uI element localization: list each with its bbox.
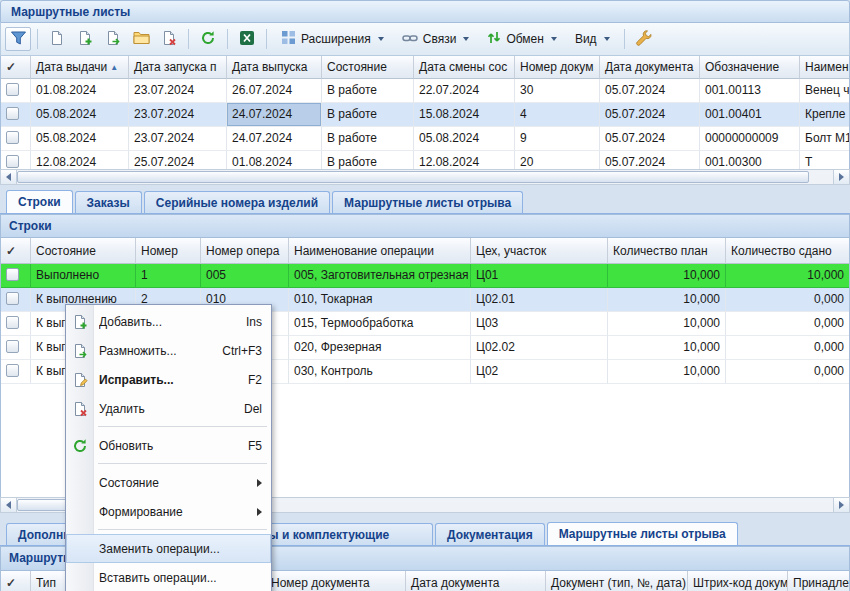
cell[interactable]: Ц02.01	[471, 288, 608, 312]
scrollbar-track[interactable]	[267, 498, 833, 512]
grid2-select-all-header[interactable]: ✓	[1, 238, 31, 264]
cell[interactable]: 030, Контроль	[289, 360, 471, 384]
tab-rows[interactable]: Строки	[6, 190, 73, 213]
cell[interactable]: 05.08.2024	[414, 127, 515, 151]
checkbox-cell[interactable]	[1, 336, 31, 360]
cell[interactable]: 23.07.2024	[129, 127, 227, 151]
checkbox-cell[interactable]	[1, 127, 31, 151]
grid3-col-barcode[interactable]: Штрих-код докум	[688, 571, 788, 591]
grid3-select-all-header[interactable]: ✓	[1, 571, 31, 591]
exchange-dropdown[interactable]: Обмен	[479, 27, 565, 51]
cell[interactable]: 23.07.2024	[129, 79, 227, 103]
cell[interactable]: 30	[515, 79, 600, 103]
grid1-col-issue-date[interactable]: Дата выдачи▲	[31, 56, 129, 79]
grid2-col-op-name[interactable]: Наименование операции	[289, 238, 471, 264]
menu-item-formation[interactable]: Формирование	[66, 497, 271, 526]
cell[interactable]: 005	[201, 264, 289, 288]
cell[interactable]: Т	[800, 151, 849, 169]
grid3-col-doc-date[interactable]: Дата документа	[406, 571, 546, 591]
row-checkbox[interactable]	[6, 340, 19, 353]
scrollbar-thumb[interactable]	[17, 171, 809, 183]
grid1-select-all-header[interactable]: ✓	[1, 56, 31, 79]
cell[interactable]: В работе	[322, 79, 414, 103]
cell[interactable]: 001.00401	[700, 103, 800, 127]
cell[interactable]: 10,000	[608, 264, 726, 288]
tab-orders[interactable]: Заказы	[75, 191, 142, 213]
cell[interactable]: Крепле	[800, 103, 849, 127]
cell[interactable]: 4	[515, 103, 600, 127]
grid3-col-doc-number[interactable]: Номер документа	[266, 571, 406, 591]
excel-export-button[interactable]	[234, 27, 260, 51]
cell[interactable]: 10,000	[608, 312, 726, 336]
cell[interactable]: 23.07.2024	[129, 103, 227, 127]
tab-serial-numbers[interactable]: Серийные номера изделий	[144, 191, 330, 213]
cell[interactable]: Венец ч	[800, 79, 849, 103]
settings-wrench-button[interactable]	[631, 27, 657, 51]
menu-item-duplicate[interactable]: Размножить... Ctrl+F3	[66, 336, 271, 365]
menu-item-state[interactable]: Состояние	[66, 468, 271, 497]
grid2-col-number[interactable]: Номер	[136, 238, 201, 264]
cell[interactable]: 12.08.2024	[31, 151, 129, 169]
menu-item-refresh[interactable]: Обновить F5	[66, 431, 271, 460]
checkbox-cell[interactable]	[1, 360, 31, 384]
row-checkbox[interactable]	[6, 83, 19, 96]
refresh-button[interactable]	[195, 27, 221, 51]
checkbox-cell[interactable]	[1, 103, 31, 127]
cell[interactable]: Болт М1	[800, 127, 849, 151]
row-checkbox[interactable]	[6, 107, 19, 120]
menu-item-delete[interactable]: Удалить Del	[66, 394, 271, 423]
grid1-col-doc-number[interactable]: Номер докум	[515, 56, 600, 79]
scrollbar-track[interactable]	[809, 170, 833, 184]
view-dropdown[interactable]: Вид	[567, 27, 618, 51]
cell[interactable]: 24.07.2024	[227, 127, 322, 151]
cell[interactable]: 05.08.2024	[31, 103, 129, 127]
cell[interactable]: 22.07.2024	[414, 79, 515, 103]
cell[interactable]: 005, Заготовительная отрезная	[289, 264, 471, 288]
scroll-left-arrow[interactable]	[1, 170, 17, 184]
cell[interactable]: 25.07.2024	[129, 151, 227, 169]
cell[interactable]: 26.07.2024	[227, 79, 322, 103]
cell[interactable]: 001.00113	[700, 79, 800, 103]
checkbox-cell[interactable]	[1, 264, 31, 288]
tab-detach-route-sheets-bottom[interactable]: Маршрутные листы отрыва	[547, 522, 738, 545]
row-checkbox[interactable]	[6, 364, 19, 377]
add-document-button[interactable]	[72, 27, 98, 51]
new-document-button[interactable]	[44, 27, 70, 51]
cell[interactable]: 010, Токарная	[289, 288, 471, 312]
extensions-dropdown[interactable]: Расширения	[273, 27, 392, 51]
grid2-col-shop[interactable]: Цех, участок	[471, 238, 608, 264]
checkbox-cell[interactable]	[1, 288, 31, 312]
checkbox-cell[interactable]	[1, 312, 31, 336]
cell[interactable]: 01.08.2024	[31, 79, 129, 103]
links-dropdown[interactable]: Связи	[394, 27, 478, 51]
cell[interactable]: 20	[515, 151, 600, 169]
grid2-col-qty-plan[interactable]: Количество план	[608, 238, 726, 264]
cell[interactable]: 10,000	[726, 264, 849, 288]
grid2-col-state[interactable]: Состояние	[31, 238, 136, 264]
cell[interactable]: 05.07.2024	[600, 103, 700, 127]
row-checkbox[interactable]	[6, 268, 19, 281]
row-checkbox[interactable]	[6, 292, 19, 305]
cell[interactable]: В работе	[322, 127, 414, 151]
menu-item-add[interactable]: Добавить... Ins	[66, 307, 271, 336]
grid1-col-name[interactable]: Наимен	[800, 56, 849, 79]
cell[interactable]: 1	[136, 264, 201, 288]
cell[interactable]: 12.08.2024	[414, 151, 515, 169]
menu-item-edit[interactable]: Исправить... F2	[66, 365, 271, 394]
grid3-col-document[interactable]: Документ (тип, №, дата)	[546, 571, 688, 591]
cell[interactable]: 00000000009	[700, 127, 800, 151]
checkbox-cell[interactable]	[1, 79, 31, 103]
cell[interactable]: 10,000	[608, 288, 726, 312]
checkbox-cell[interactable]	[1, 151, 31, 169]
table-row[interactable]: 01.08.2024 23.07.2024 26.07.2024 В работ…	[1, 79, 849, 103]
tab-detach-route-sheets[interactable]: Маршрутные листы отрыва	[332, 191, 523, 213]
cell[interactable]: Ц02	[471, 360, 608, 384]
cell[interactable]: 15.08.2024	[414, 103, 515, 127]
row-checkbox[interactable]	[6, 316, 19, 329]
duplicate-document-button[interactable]	[100, 27, 126, 51]
grid3-col-belonging[interactable]: Принадлежн	[788, 571, 849, 591]
table-row[interactable]: 12.08.2024 25.07.2024 01.08.2024 В работ…	[1, 151, 849, 169]
cell[interactable]: 05.08.2024	[31, 127, 129, 151]
cell[interactable]: В работе	[322, 151, 414, 169]
cell[interactable]: 020, Фрезерная	[289, 336, 471, 360]
